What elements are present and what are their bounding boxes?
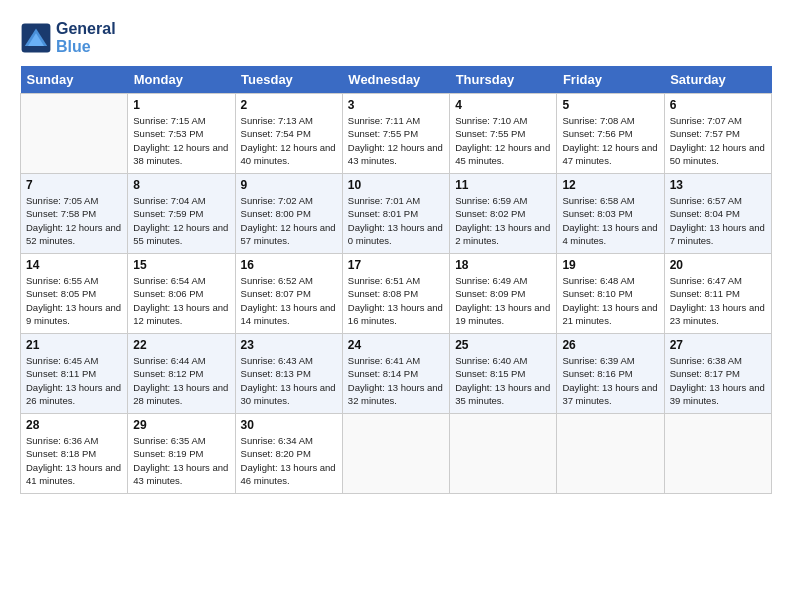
day-info: Sunrise: 7:04 AMSunset: 7:59 PMDaylight:…: [133, 194, 229, 247]
calendar-cell: 30Sunrise: 6:34 AMSunset: 8:20 PMDayligh…: [235, 414, 342, 494]
weekday-header-wednesday: Wednesday: [342, 66, 449, 94]
calendar-cell: 6Sunrise: 7:07 AMSunset: 7:57 PMDaylight…: [664, 94, 771, 174]
weekday-header-row: SundayMondayTuesdayWednesdayThursdayFrid…: [21, 66, 772, 94]
day-info: Sunrise: 7:13 AMSunset: 7:54 PMDaylight:…: [241, 114, 337, 167]
day-info: Sunrise: 6:49 AMSunset: 8:09 PMDaylight:…: [455, 274, 551, 327]
calendar-cell: 26Sunrise: 6:39 AMSunset: 8:16 PMDayligh…: [557, 334, 664, 414]
day-number: 22: [133, 338, 229, 352]
calendar-cell: 16Sunrise: 6:52 AMSunset: 8:07 PMDayligh…: [235, 254, 342, 334]
day-info: Sunrise: 6:41 AMSunset: 8:14 PMDaylight:…: [348, 354, 444, 407]
day-info: Sunrise: 7:11 AMSunset: 7:55 PMDaylight:…: [348, 114, 444, 167]
calendar-cell: [664, 414, 771, 494]
logo-icon: [20, 22, 52, 54]
day-info: Sunrise: 6:34 AMSunset: 8:20 PMDaylight:…: [241, 434, 337, 487]
day-number: 10: [348, 178, 444, 192]
day-info: Sunrise: 6:55 AMSunset: 8:05 PMDaylight:…: [26, 274, 122, 327]
day-number: 26: [562, 338, 658, 352]
calendar-cell: 10Sunrise: 7:01 AMSunset: 8:01 PMDayligh…: [342, 174, 449, 254]
day-number: 5: [562, 98, 658, 112]
day-number: 15: [133, 258, 229, 272]
calendar-cell: 18Sunrise: 6:49 AMSunset: 8:09 PMDayligh…: [450, 254, 557, 334]
calendar-cell: 24Sunrise: 6:41 AMSunset: 8:14 PMDayligh…: [342, 334, 449, 414]
calendar-cell: 12Sunrise: 6:58 AMSunset: 8:03 PMDayligh…: [557, 174, 664, 254]
calendar-cell: 29Sunrise: 6:35 AMSunset: 8:19 PMDayligh…: [128, 414, 235, 494]
day-info: Sunrise: 6:54 AMSunset: 8:06 PMDaylight:…: [133, 274, 229, 327]
calendar-cell: 4Sunrise: 7:10 AMSunset: 7:55 PMDaylight…: [450, 94, 557, 174]
calendar-table: SundayMondayTuesdayWednesdayThursdayFrid…: [20, 66, 772, 494]
calendar-cell: 14Sunrise: 6:55 AMSunset: 8:05 PMDayligh…: [21, 254, 128, 334]
week-row-1: 1Sunrise: 7:15 AMSunset: 7:53 PMDaylight…: [21, 94, 772, 174]
calendar-cell: 2Sunrise: 7:13 AMSunset: 7:54 PMDaylight…: [235, 94, 342, 174]
day-number: 25: [455, 338, 551, 352]
page-header: General Blue: [20, 20, 772, 56]
day-info: Sunrise: 6:43 AMSunset: 8:13 PMDaylight:…: [241, 354, 337, 407]
day-info: Sunrise: 6:40 AMSunset: 8:15 PMDaylight:…: [455, 354, 551, 407]
day-number: 6: [670, 98, 766, 112]
day-info: Sunrise: 6:52 AMSunset: 8:07 PMDaylight:…: [241, 274, 337, 327]
weekday-header-friday: Friday: [557, 66, 664, 94]
calendar-cell: [342, 414, 449, 494]
day-number: 12: [562, 178, 658, 192]
day-info: Sunrise: 6:57 AMSunset: 8:04 PMDaylight:…: [670, 194, 766, 247]
logo: General Blue: [20, 20, 116, 56]
day-info: Sunrise: 7:05 AMSunset: 7:58 PMDaylight:…: [26, 194, 122, 247]
day-number: 24: [348, 338, 444, 352]
day-number: 4: [455, 98, 551, 112]
weekday-header-tuesday: Tuesday: [235, 66, 342, 94]
week-row-4: 21Sunrise: 6:45 AMSunset: 8:11 PMDayligh…: [21, 334, 772, 414]
day-number: 27: [670, 338, 766, 352]
day-number: 11: [455, 178, 551, 192]
week-row-3: 14Sunrise: 6:55 AMSunset: 8:05 PMDayligh…: [21, 254, 772, 334]
day-number: 20: [670, 258, 766, 272]
day-info: Sunrise: 7:01 AMSunset: 8:01 PMDaylight:…: [348, 194, 444, 247]
day-number: 14: [26, 258, 122, 272]
day-info: Sunrise: 6:45 AMSunset: 8:11 PMDaylight:…: [26, 354, 122, 407]
calendar-cell: 8Sunrise: 7:04 AMSunset: 7:59 PMDaylight…: [128, 174, 235, 254]
weekday-header-sunday: Sunday: [21, 66, 128, 94]
day-info: Sunrise: 6:36 AMSunset: 8:18 PMDaylight:…: [26, 434, 122, 487]
day-number: 2: [241, 98, 337, 112]
day-number: 9: [241, 178, 337, 192]
day-info: Sunrise: 6:38 AMSunset: 8:17 PMDaylight:…: [670, 354, 766, 407]
day-number: 28: [26, 418, 122, 432]
day-info: Sunrise: 6:58 AMSunset: 8:03 PMDaylight:…: [562, 194, 658, 247]
day-info: Sunrise: 7:10 AMSunset: 7:55 PMDaylight:…: [455, 114, 551, 167]
day-number: 7: [26, 178, 122, 192]
day-number: 1: [133, 98, 229, 112]
day-info: Sunrise: 6:51 AMSunset: 8:08 PMDaylight:…: [348, 274, 444, 327]
calendar-cell: [557, 414, 664, 494]
day-number: 13: [670, 178, 766, 192]
day-number: 16: [241, 258, 337, 272]
day-info: Sunrise: 7:07 AMSunset: 7:57 PMDaylight:…: [670, 114, 766, 167]
calendar-cell: 25Sunrise: 6:40 AMSunset: 8:15 PMDayligh…: [450, 334, 557, 414]
calendar-cell: 28Sunrise: 6:36 AMSunset: 8:18 PMDayligh…: [21, 414, 128, 494]
day-info: Sunrise: 6:35 AMSunset: 8:19 PMDaylight:…: [133, 434, 229, 487]
calendar-cell: 5Sunrise: 7:08 AMSunset: 7:56 PMDaylight…: [557, 94, 664, 174]
calendar-cell: 21Sunrise: 6:45 AMSunset: 8:11 PMDayligh…: [21, 334, 128, 414]
day-info: Sunrise: 6:44 AMSunset: 8:12 PMDaylight:…: [133, 354, 229, 407]
calendar-cell: 11Sunrise: 6:59 AMSunset: 8:02 PMDayligh…: [450, 174, 557, 254]
day-info: Sunrise: 6:48 AMSunset: 8:10 PMDaylight:…: [562, 274, 658, 327]
calendar-cell: 15Sunrise: 6:54 AMSunset: 8:06 PMDayligh…: [128, 254, 235, 334]
day-number: 3: [348, 98, 444, 112]
week-row-5: 28Sunrise: 6:36 AMSunset: 8:18 PMDayligh…: [21, 414, 772, 494]
day-number: 21: [26, 338, 122, 352]
calendar-cell: 22Sunrise: 6:44 AMSunset: 8:12 PMDayligh…: [128, 334, 235, 414]
calendar-cell: 1Sunrise: 7:15 AMSunset: 7:53 PMDaylight…: [128, 94, 235, 174]
calendar-cell: 20Sunrise: 6:47 AMSunset: 8:11 PMDayligh…: [664, 254, 771, 334]
week-row-2: 7Sunrise: 7:05 AMSunset: 7:58 PMDaylight…: [21, 174, 772, 254]
day-number: 29: [133, 418, 229, 432]
day-number: 17: [348, 258, 444, 272]
day-info: Sunrise: 7:15 AMSunset: 7:53 PMDaylight:…: [133, 114, 229, 167]
weekday-header-monday: Monday: [128, 66, 235, 94]
calendar-cell: 27Sunrise: 6:38 AMSunset: 8:17 PMDayligh…: [664, 334, 771, 414]
day-info: Sunrise: 7:02 AMSunset: 8:00 PMDaylight:…: [241, 194, 337, 247]
day-number: 8: [133, 178, 229, 192]
day-number: 30: [241, 418, 337, 432]
calendar-cell: 17Sunrise: 6:51 AMSunset: 8:08 PMDayligh…: [342, 254, 449, 334]
calendar-cell: [450, 414, 557, 494]
calendar-cell: 19Sunrise: 6:48 AMSunset: 8:10 PMDayligh…: [557, 254, 664, 334]
logo-text: General Blue: [56, 20, 116, 56]
calendar-cell: [21, 94, 128, 174]
day-number: 19: [562, 258, 658, 272]
